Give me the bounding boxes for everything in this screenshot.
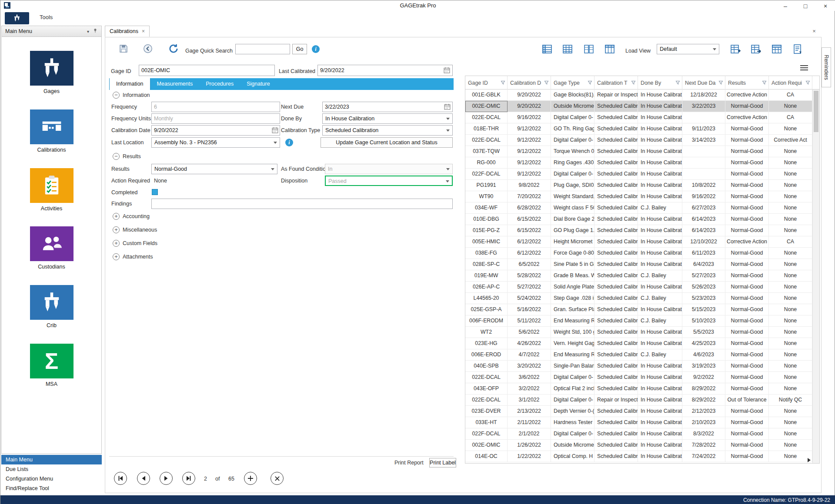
- grid-cell[interactable]: 6/15/2022: [508, 225, 551, 236]
- grid-cell[interactable]: Normal-Good: [725, 180, 769, 191]
- grid-cell[interactable]: None: [769, 417, 812, 428]
- grid-cell[interactable]: Normal-Good: [725, 157, 769, 169]
- grid-cell[interactable]: 5/10/2023: [682, 315, 725, 327]
- grid-cell[interactable]: In House Calibrat: [638, 327, 682, 338]
- grid-cell[interactable]: None: [769, 270, 812, 282]
- grid-row-026E-AP-C[interactable]: 026E-AP-C5/27/2022Solid Angle PlateSched…: [465, 282, 819, 293]
- grid-cell[interactable]: 4/7/2022: [508, 349, 551, 361]
- next-record-button[interactable]: [160, 472, 173, 485]
- save-button[interactable]: [118, 43, 129, 54]
- grid-cell[interactable]: 7/28/2022: [682, 440, 725, 451]
- grid-cell[interactable]: 022E-DCAL: [465, 112, 508, 123]
- grid-row-006F-ERODM[interactable]: 006F-ERODM5/11/2022End Measuring RSchedu…: [465, 315, 819, 327]
- grid-cell[interactable]: 10/8/2022: [682, 180, 725, 191]
- sidebar-item-find-replace-tool[interactable]: Find/Replace Tool: [1, 484, 102, 493]
- minimize-button[interactable]: –: [775, 0, 795, 12]
- section-custom-fields[interactable]: + Custom Fields: [113, 240, 157, 247]
- tab-information[interactable]: Information: [109, 78, 150, 90]
- grid-cell[interactable]: None: [769, 157, 812, 169]
- undo-button[interactable]: [142, 43, 154, 54]
- grid-cell[interactable]: Corrective Act: [769, 135, 812, 146]
- disposition-select[interactable]: Passed: [325, 176, 453, 186]
- grid-cell[interactable]: Weight Std, 100 g: [551, 327, 595, 338]
- grid-cell[interactable]: Scheduled Calibr: [595, 417, 638, 428]
- maximize-button[interactable]: □: [795, 0, 815, 12]
- grid-cell[interactable]: 5/11/2022: [508, 315, 551, 327]
- grid-cell[interactable]: Vern. Height Gag: [551, 338, 595, 349]
- section-accounting[interactable]: + Accounting: [113, 213, 150, 220]
- grid-cell[interactable]: In House Calibrat: [638, 157, 682, 169]
- grid-cell[interactable]: Normal-Good: [725, 282, 769, 293]
- frequency-units-input[interactable]: [151, 113, 280, 124]
- grid-cell[interactable]: 3/2/2022: [508, 383, 551, 395]
- info-icon[interactable]: i: [285, 139, 293, 146]
- grid-row-022E-DCAL[interactable]: 022E-DCAL9/12/2022Digital Caliper 0-Sche…: [465, 135, 819, 146]
- grid-cell[interactable]: Optical Flat 2 incl: [551, 383, 595, 395]
- grid-cell[interactable]: End Measuring R: [551, 349, 595, 361]
- grid-cell[interactable]: Normal-Good: [725, 214, 769, 225]
- grid-cell[interactable]: Scheduled Calibr: [595, 361, 638, 372]
- grid-cell[interactable]: In House Calibrat: [638, 259, 682, 270]
- last-calibrated-input[interactable]: [317, 65, 453, 76]
- sidebar-item-main-menu[interactable]: Main Menu: [1, 455, 102, 464]
- grid-row-WT2[interactable]: WT25/6/2022Weight Std, 100 gScheduled Ca…: [465, 327, 819, 338]
- grid-cell[interactable]: Scheduled Calibr: [595, 338, 638, 349]
- grid-cell[interactable]: Normal-Good: [725, 372, 769, 383]
- grid-cell[interactable]: 2/1/2022: [508, 428, 551, 440]
- grid-cell[interactable]: 3/14/2023: [682, 135, 725, 146]
- grid-cell[interactable]: Repair or Inspect: [595, 90, 638, 101]
- column-header-done-by[interactable]: Done By: [638, 76, 682, 90]
- grid-cell[interactable]: In House Calibrat: [638, 428, 682, 440]
- grid-cell[interactable]: RG-000: [465, 157, 508, 169]
- grid-cell[interactable]: In House Calibrat: [638, 180, 682, 191]
- grid-cell[interactable]: GO Th. Ring Gag: [551, 123, 595, 135]
- grid-cell[interactable]: 12/18/2022: [682, 90, 725, 101]
- grid-cell[interactable]: Normal-Good: [725, 135, 769, 146]
- grid-cell[interactable]: 6/14/2023: [682, 214, 725, 225]
- grid-cell[interactable]: None: [769, 428, 812, 440]
- grid-cell[interactable]: Normal-Good: [725, 338, 769, 349]
- grid-cell[interactable]: Scheduled Calibr: [595, 451, 638, 462]
- grid-cell[interactable]: 019E-MW: [465, 270, 508, 282]
- grid-cell[interactable]: 006F-ERODM: [465, 315, 508, 327]
- grid-cell[interactable]: Scheduled Calibr: [595, 383, 638, 395]
- grid-cell[interactable]: Normal-Good: [725, 225, 769, 236]
- grid-cell[interactable]: 4/25/2023: [682, 338, 725, 349]
- tab-procedures[interactable]: Procedures: [199, 78, 240, 90]
- grid-row-010E-DBG[interactable]: 010E-DBG6/15/2022Dial Bore Gage 2Schedul…: [465, 214, 819, 225]
- tab-signature[interactable]: Signature: [240, 78, 277, 90]
- grid-cell[interactable]: 1/26/2022: [508, 440, 551, 451]
- grid-row-040E-SPB[interactable]: 040E-SPB3/20/2022Single-Pan BalanSchedul…: [465, 361, 819, 372]
- grid-cell[interactable]: None: [769, 383, 812, 395]
- grid-cell[interactable]: None: [769, 259, 812, 270]
- grid-cell[interactable]: 9/16/2022: [508, 112, 551, 123]
- grid-cell[interactable]: None: [769, 101, 812, 112]
- grid-cell[interactable]: Normal-Good: [725, 259, 769, 270]
- grid-cell[interactable]: 9/12/2022: [508, 169, 551, 180]
- grid-cell[interactable]: Out of Tolerance: [725, 395, 769, 406]
- sidebar-item-msa[interactable]: Σ MSA: [2, 344, 101, 387]
- main-menu-header[interactable]: Main Menu ▾: [1, 26, 102, 37]
- grid-cell[interactable]: 8/29/2022: [682, 395, 725, 406]
- grid-cell[interactable]: 022E-DCAL: [465, 135, 508, 146]
- last-record-button[interactable]: [182, 472, 195, 485]
- grid-cell[interactable]: Digital Caliper 0-: [551, 395, 595, 406]
- grid-cell[interactable]: Corrective Action: [725, 112, 769, 123]
- grid-cell[interactable]: 028E-SP-C: [465, 259, 508, 270]
- grid-cell[interactable]: None: [769, 202, 812, 214]
- grid-cell[interactable]: In House Calibrat: [638, 361, 682, 372]
- column-header-results[interactable]: Results: [725, 76, 769, 90]
- grid-cell[interactable]: 5/23/2023: [682, 293, 725, 304]
- column-header-action-requi[interactable]: Action Requi: [769, 76, 812, 90]
- grid-cell[interactable]: 025E-GSP-A: [465, 304, 508, 315]
- grid-cell[interactable]: 6/11/2023: [682, 248, 725, 259]
- grid-cell[interactable]: In House Calibrat: [638, 169, 682, 180]
- grid-cell[interactable]: None: [769, 406, 812, 417]
- grid-cell[interactable]: 002E-OMIC: [465, 440, 508, 451]
- grid-cell[interactable]: 6/4/2023: [682, 259, 725, 270]
- frequency-input[interactable]: [151, 102, 280, 112]
- grid-cell[interactable]: Scheduled Calibr: [595, 440, 638, 451]
- grid-cell[interactable]: 023E-HG: [465, 338, 508, 349]
- grid-row-019E-MW[interactable]: 019E-MW5/28/2022Grade B Meas. WScheduled…: [465, 270, 819, 282]
- sidebar-item-custodians[interactable]: Custodians: [2, 226, 101, 270]
